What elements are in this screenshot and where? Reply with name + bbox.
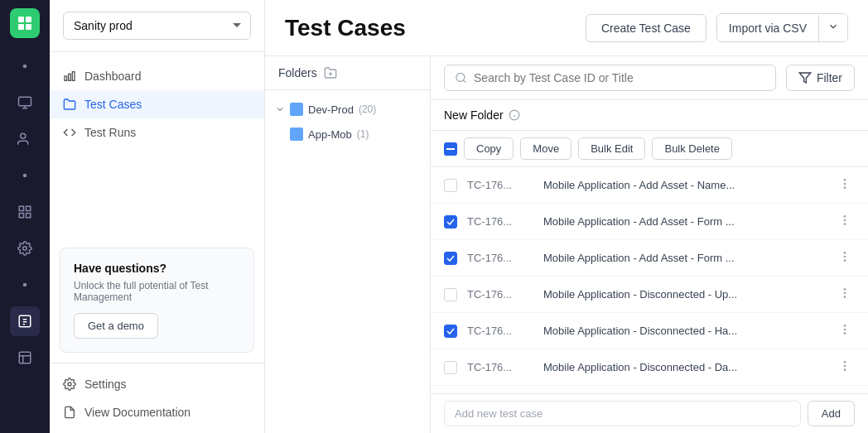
app-logo[interactable] <box>10 8 40 38</box>
new-folder-bar: New Folder <box>431 100 868 131</box>
svg-point-27 <box>456 73 465 81</box>
sidebar-nav: Dashboard Test Cases Test Runs <box>50 52 264 238</box>
promo-description: Unlock the full potential of Test Manage… <box>74 280 240 303</box>
project-selector[interactable]: Sanity prod <box>63 12 251 40</box>
svg-point-46 <box>844 325 846 327</box>
folders-panel: Folders Dev-Prod (20) App-Mob (1) <box>265 56 431 433</box>
row-checkbox[interactable] <box>444 361 457 374</box>
import-csv-button[interactable]: Import via CSV <box>717 15 819 41</box>
test-case-more-button[interactable] <box>835 358 855 377</box>
svg-rect-1 <box>26 17 31 22</box>
docs-icon <box>63 406 76 419</box>
filter-button[interactable]: Filter <box>786 65 855 91</box>
create-test-case-button[interactable]: Create Test Case <box>586 14 706 42</box>
svg-point-45 <box>844 296 846 298</box>
sidebar-bottom: Settings View Documentation <box>50 363 264 433</box>
select-all-checkbox[interactable] <box>444 142 457 156</box>
svg-point-49 <box>844 361 846 363</box>
get-demo-button[interactable]: Get a demo <box>74 313 158 339</box>
test-case-more-button[interactable] <box>835 212 855 231</box>
chevron-down-icon <box>827 21 839 32</box>
row-checkbox[interactable] <box>444 215 457 229</box>
test-case-name: Mobile Application - Disconnected - Up..… <box>543 288 825 301</box>
import-dropdown-arrow[interactable] <box>819 14 847 41</box>
svg-point-39 <box>844 223 846 225</box>
row-checkbox[interactable] <box>444 325 457 338</box>
bulk-edit-button[interactable]: Bulk Edit <box>578 137 645 160</box>
test-case-name: Mobile Application - Add Asset - Name... <box>543 179 825 191</box>
svg-point-51 <box>844 368 846 371</box>
row-checkbox[interactable] <box>444 179 457 192</box>
svg-rect-3 <box>26 24 31 30</box>
svg-rect-0 <box>18 17 24 22</box>
test-case-more-button[interactable] <box>835 248 855 267</box>
table-panel: Filter New Folder Copy Move Bulk Edit Bu… <box>431 56 868 433</box>
test-case-more-button[interactable] <box>835 285 855 304</box>
folder-item-app-mob[interactable]: App-Mob (1) <box>265 122 430 147</box>
test-case-more-button[interactable] <box>835 321 855 340</box>
row-checkbox[interactable] <box>444 252 457 265</box>
svg-point-14 <box>23 247 27 251</box>
search-input[interactable] <box>474 71 765 84</box>
test-case-name: Mobile Application - Disconnected - Ha..… <box>543 325 825 337</box>
sidebar-item-settings[interactable]: Settings <box>50 370 264 398</box>
nav-user-icon[interactable] <box>10 124 40 154</box>
folder-item-dev-prod[interactable]: Dev-Prod (20) <box>265 97 430 122</box>
test-case-more-button[interactable] <box>835 176 855 195</box>
svg-point-47 <box>844 329 846 331</box>
svg-rect-2 <box>18 24 24 30</box>
svg-point-8 <box>21 133 26 138</box>
logo-icon <box>17 15 33 31</box>
sidebar: Sanity prod Dashboard Test Cases Test Ru… <box>50 0 265 433</box>
nav-test-cases-icon[interactable] <box>10 306 40 336</box>
info-icon <box>509 109 520 121</box>
sidebar-item-dashboard-label: Dashboard <box>84 70 142 83</box>
add-test-case-button[interactable]: Add <box>808 401 855 426</box>
nav-grid-icon[interactable] <box>10 197 40 227</box>
add-test-case-input[interactable] <box>444 401 801 426</box>
test-case-id: TC-176... <box>467 215 533 228</box>
svg-point-42 <box>844 259 846 262</box>
svg-point-43 <box>844 288 846 291</box>
nav-monitor-icon[interactable] <box>10 88 40 118</box>
folder-app-mob-name: App-Mob <box>308 128 352 141</box>
svg-rect-10 <box>19 206 23 210</box>
svg-point-9 <box>23 174 27 178</box>
svg-point-38 <box>844 219 846 222</box>
row-checkbox[interactable] <box>444 288 457 301</box>
page-title: Test Cases <box>285 15 576 41</box>
nav-dot-3[interactable] <box>10 270 40 300</box>
sidebar-item-dashboard[interactable]: Dashboard <box>50 62 264 90</box>
nav-analytics-icon[interactable] <box>10 343 40 373</box>
sidebar-item-test-runs[interactable]: Test Runs <box>50 118 264 147</box>
copy-button[interactable]: Copy <box>464 137 514 160</box>
folder-app-mob-count: (1) <box>357 128 369 140</box>
svg-point-50 <box>844 365 846 368</box>
folder-add-icon[interactable] <box>324 66 337 79</box>
svg-rect-33 <box>446 148 455 150</box>
svg-point-24 <box>68 382 71 386</box>
test-case-name: Mobile Application - Disconnected - Da..… <box>543 361 825 373</box>
move-button[interactable]: Move <box>520 137 571 160</box>
table-row: TC-176...Mobile Application - Add Asset … <box>431 240 868 277</box>
nav-dot-2[interactable] <box>10 161 40 190</box>
sidebar-item-test-cases[interactable]: Test Cases <box>50 90 264 118</box>
test-case-list: TC-176...Mobile Application - Add Asset … <box>431 167 868 393</box>
sidebar-item-docs[interactable]: View Documentation <box>50 398 264 426</box>
nav-dot-1[interactable] <box>10 51 40 81</box>
action-bar: Copy Move Bulk Edit Bulk Delete <box>431 131 868 167</box>
table-row: TC-176...Mobile Application - Add Asset … <box>431 167 868 204</box>
svg-point-40 <box>844 252 846 254</box>
svg-point-15 <box>23 283 27 287</box>
bulk-delete-button[interactable]: Bulk Delete <box>652 137 731 160</box>
svg-rect-22 <box>69 74 71 80</box>
sidebar-item-test-runs-label: Test Runs <box>84 126 136 139</box>
import-button-group: Import via CSV <box>716 13 848 42</box>
nav-settings-gear-icon[interactable] <box>10 233 40 263</box>
folder-icon <box>63 98 76 111</box>
svg-rect-21 <box>65 76 67 80</box>
settings-label: Settings <box>84 378 127 391</box>
test-case-name: Mobile Application - Add Asset - Form ..… <box>543 252 825 264</box>
folder-app-mob-icon <box>290 127 303 141</box>
sidebar-item-test-cases-label: Test Cases <box>84 98 142 111</box>
